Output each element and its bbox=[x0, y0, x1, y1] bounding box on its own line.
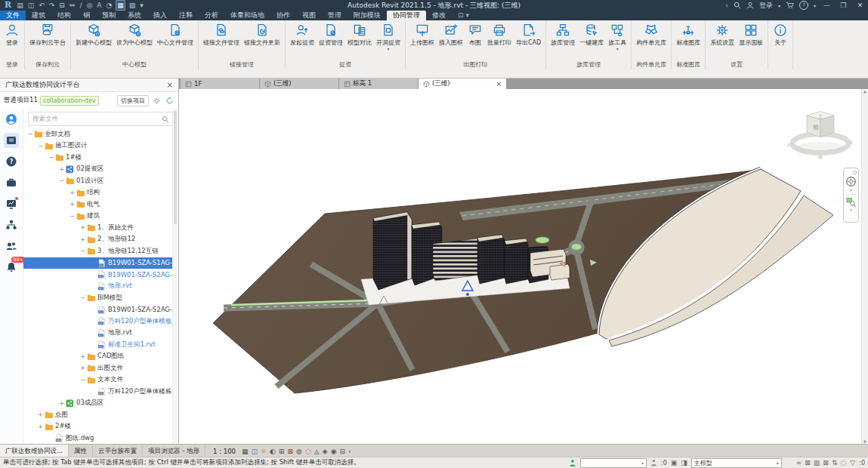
tree-item[interactable]: RVT地形.rvt bbox=[23, 281, 178, 293]
tree-item[interactable]: DWG图纸.dwg bbox=[23, 433, 178, 444]
ribbon-button[interactable]: 族工具▾ bbox=[606, 22, 629, 51]
sidebar-icon-docs[interactable] bbox=[4, 133, 19, 148]
tree-expander[interactable]: + bbox=[37, 411, 44, 418]
ribbon-button[interactable]: 登录 bbox=[2, 22, 22, 48]
docked-tab-1[interactable]: 广联达数维协同设... bbox=[0, 445, 69, 457]
sidebar-icon-org[interactable] bbox=[4, 217, 19, 232]
tree-item[interactable]: +电气 bbox=[23, 199, 178, 211]
tree-item[interactable]: RVTB19W01-SZA-S2AG-AR-N bbox=[23, 304, 178, 316]
ribbon-tab-1[interactable]: 文件 bbox=[0, 11, 26, 20]
render-icon[interactable]: ▧ bbox=[128, 1, 137, 10]
render-dialog-icon[interactable]: ⊞ bbox=[279, 448, 285, 455]
viewcube[interactable]: 前 上 南 东 西 bbox=[787, 112, 853, 160]
refresh-icon[interactable] bbox=[164, 95, 175, 106]
ribbon-tab-4[interactable]: 钢 bbox=[77, 11, 96, 20]
panel-close-icon[interactable]: × bbox=[167, 81, 173, 89]
sidebar-icon-monitor[interactable] bbox=[4, 196, 19, 211]
ribbon-tab-8[interactable]: 注释 bbox=[173, 11, 199, 20]
ribbon-button[interactable]: 链接文件更新 bbox=[242, 22, 283, 48]
visual-style-icon[interactable]: ◫ bbox=[252, 448, 258, 455]
isolate-icon[interactable]: ◉ bbox=[331, 448, 337, 455]
zoom-icon[interactable]: ◎ bbox=[85, 1, 93, 10]
collapse-search-icon[interactable]: ‹ bbox=[725, 2, 728, 9]
exclude-options-icon[interactable]: ⇅ bbox=[832, 459, 838, 466]
links-icon[interactable]: ▥ bbox=[814, 459, 820, 466]
docked-tab-2[interactable]: 属性 bbox=[69, 445, 93, 457]
close-button[interactable]: ✕ bbox=[854, 2, 866, 9]
redo-icon[interactable]: ↷ bbox=[48, 1, 56, 10]
sidebar-icon-bell[interactable]: 99+ bbox=[4, 260, 19, 275]
tree-expander[interactable]: − bbox=[58, 177, 65, 184]
tree-item[interactable]: RVTB19W01-SZA-S1AG-AR-N bbox=[23, 257, 178, 269]
view-scale[interactable]: 1 : 100 bbox=[213, 448, 236, 455]
tree-scrollbar[interactable] bbox=[172, 109, 178, 444]
shadows-icon[interactable]: ◐ bbox=[270, 448, 276, 455]
ribbon-button[interactable]: 系统设置 bbox=[708, 22, 737, 48]
tree-expander[interactable]: + bbox=[79, 236, 86, 243]
search-input[interactable]: 搜索文件 bbox=[28, 112, 174, 126]
signin-label[interactable]: 登录 bbox=[759, 1, 773, 11]
tree-expander[interactable]: − bbox=[79, 248, 86, 254]
modify-icon[interactable]: ∕ bbox=[79, 1, 82, 10]
ribbon-button[interactable]: 标准图库 bbox=[674, 22, 703, 48]
ribbon-tab-11[interactable]: 协作 bbox=[270, 11, 296, 20]
restore-button[interactable]: ❐ bbox=[838, 2, 849, 9]
ribbon-tab-14[interactable]: 附加模块 bbox=[348, 11, 387, 20]
ribbon-tab-7[interactable]: 插入 bbox=[147, 11, 173, 20]
search-magnifier-icon[interactable] bbox=[162, 115, 169, 123]
tree-item[interactable]: +2、地形链12 bbox=[23, 234, 178, 246]
view-tab-3[interactable]: 标高 1 bbox=[339, 79, 418, 89]
ribbon-tab-12[interactable]: 视图 bbox=[296, 11, 322, 20]
docked-tab-4[interactable]: 项目浏览器 - 地形 bbox=[143, 445, 205, 457]
ribbon-button[interactable]: 保存到云平台 bbox=[27, 22, 68, 48]
tree-item[interactable]: −全部文档 bbox=[23, 128, 178, 140]
ribbon-button[interactable]: 显示面板 bbox=[737, 22, 765, 48]
crop-view-icon[interactable]: ⊠ bbox=[288, 448, 294, 455]
worksharing-display-icon[interactable]: ◈ bbox=[323, 448, 328, 455]
zoom-tool-icon[interactable] bbox=[846, 197, 856, 207]
ribbon-button[interactable]: 一键建库 bbox=[577, 22, 606, 48]
ribbon-button[interactable]: 模型对比 bbox=[345, 22, 374, 48]
tree-expander[interactable]: − bbox=[79, 294, 86, 301]
reveal-hidden-icon[interactable]: ◌ bbox=[305, 448, 311, 455]
tree-item[interactable]: −1#楼 bbox=[23, 152, 178, 164]
crop-region-icon[interactable]: ◍ bbox=[296, 448, 302, 455]
tree-item[interactable]: RVT地形.rvt bbox=[23, 328, 178, 340]
help-caret-icon[interactable]: ▾ bbox=[814, 3, 816, 8]
view-tab-2[interactable]: (三维) bbox=[260, 79, 338, 89]
docked-tab-3[interactable]: 云平台族布置 bbox=[93, 445, 143, 457]
ribbon-tab-15[interactable]: 协同管理 bbox=[387, 11, 426, 20]
ribbon-tab-16[interactable]: 修改 bbox=[426, 11, 452, 20]
tree-item[interactable]: RVT万科120户型单体模板.rvt bbox=[23, 316, 178, 328]
tree-item[interactable]: +出图文件 bbox=[23, 362, 178, 374]
tree-item[interactable]: +总图 bbox=[23, 409, 178, 421]
help-icon[interactable]: ? bbox=[799, 1, 808, 10]
modify-tab-dropdown-icon[interactable]: ⊡ ▾ bbox=[452, 11, 475, 20]
text-icon[interactable]: A bbox=[96, 1, 102, 10]
tree-expander[interactable]: + bbox=[37, 423, 44, 430]
store-cart-icon[interactable] bbox=[786, 2, 794, 9]
user-interface-icon[interactable]: ▦ bbox=[116, 0, 125, 11]
tree-expander[interactable]: − bbox=[48, 154, 54, 161]
pin-icon[interactable]: ⊠ bbox=[823, 459, 829, 466]
sun-icon[interactable]: ◔ bbox=[105, 1, 113, 10]
tree-expander[interactable]: + bbox=[58, 400, 65, 407]
sun-path-icon[interactable]: ☼ bbox=[261, 448, 267, 455]
tree-item[interactable]: DWG万科120户型单体楼栋.dwg bbox=[23, 386, 178, 398]
settings-gear-icon[interactable] bbox=[151, 95, 162, 106]
sidebar-icon-user[interactable] bbox=[4, 112, 19, 127]
tree-expander[interactable]: − bbox=[37, 143, 44, 149]
switch-project-button[interactable]: 切换项目 bbox=[117, 95, 149, 106]
navigation-bar[interactable]: ▾ ▾ bbox=[843, 168, 859, 223]
tree-item[interactable]: −01设计区 bbox=[23, 175, 178, 187]
ribbon-button[interactable]: 关于 bbox=[771, 22, 790, 48]
tree-item[interactable]: +2#楼 bbox=[23, 421, 178, 433]
measure-icon[interactable]: ⇔ bbox=[69, 1, 76, 10]
undo-icon[interactable]: ↶ bbox=[38, 1, 45, 10]
tree-expander[interactable]: + bbox=[79, 353, 86, 360]
background-processes-icon[interactable]: ◌ bbox=[840, 459, 846, 466]
tree-item[interactable]: −文本文件 bbox=[23, 374, 178, 386]
account-icon[interactable] bbox=[746, 2, 754, 9]
ribbon-tab-6[interactable]: 系统 bbox=[122, 11, 147, 20]
print-icon[interactable]: ⊟ bbox=[58, 1, 66, 10]
